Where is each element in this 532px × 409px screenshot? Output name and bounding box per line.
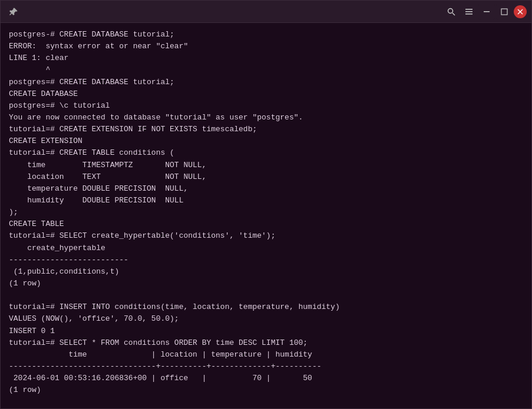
svg-rect-2 [465,9,472,10]
terminal-line: CREATE DATABASE [9,88,523,100]
search-button[interactable] [443,4,460,20]
terminal-line: 2024-06-01 00:53:16.206836+00 | office |… [9,373,523,384]
terminal-prompt-line: tutorial=# [9,408,523,409]
svg-rect-5 [484,11,490,12]
maximize-button[interactable] [496,4,513,20]
pin-icon[interactable] [5,4,22,20]
svg-line-1 [452,13,455,15]
terminal-line: tutorial=# SELECT create_hypertable('con… [9,230,523,242]
terminal-line: postgres-# CREATE DATABASE tutorial; [9,29,523,41]
terminal-line: (1 row) [9,384,523,396]
terminal-line: tutorial=# SELECT * FROM conditions ORDE… [9,337,523,349]
terminal-line: You are now connected to database "tutor… [9,112,523,124]
titlebar-left [5,4,22,20]
terminal-line: LINE 1: clear [9,52,523,64]
menu-button[interactable] [461,4,477,20]
terminal-line: INSERT 0 1 [9,325,523,337]
terminal-line: -------------------------- [9,254,523,266]
terminal-line: time | location | temperature | humidity [9,349,523,361]
terminal-line: ^ [9,64,523,76]
terminal-line: tutorial=# CREATE TABLE conditions ( [9,147,523,159]
terminal-line: --------------------------------+-------… [9,361,523,373]
terminal-line: ERROR: syntax error at or near "clear" [9,41,523,52]
terminal-line: postgres=# CREATE DATABASE tutorial; [9,77,523,88]
terminal-line: postgres=# \c tutorial [9,100,523,112]
terminal-line: create_hypertable [9,242,523,254]
svg-point-0 [448,8,453,13]
svg-rect-4 [465,14,472,15]
terminal-line: time TIMESTAMPTZ NOT NULL, [9,159,523,171]
terminal-line: tutorial=# INSERT INTO conditions(time, … [9,301,523,313]
terminal-line: CREATE EXTENSION [9,135,523,147]
terminal-line: location TEXT NOT NULL, [9,171,523,183]
terminal-line: VALUES (NOW(), 'office', 70.0, 50.0); [9,313,523,325]
terminal-line: humidity DOUBLE PRECISION NULL [9,195,523,207]
terminal-line: (1,public,conditions,t) [9,266,523,278]
terminal-line: ); [9,207,523,218]
titlebar-controls [443,4,527,20]
terminal-window: postgres-# CREATE DATABASE tutorial;ERRO… [0,0,532,409]
empty-line [9,290,523,301]
terminal-output[interactable]: postgres-# CREATE DATABASE tutorial;ERRO… [1,23,531,408]
minimize-button[interactable] [478,4,495,20]
titlebar [1,1,531,23]
close-button[interactable] [514,5,527,18]
terminal-line: CREATE TABLE [9,218,523,230]
terminal-line: tutorial=# CREATE EXTENSION IF NOT EXIST… [9,124,523,135]
terminal-line: temperature DOUBLE PRECISION NULL, [9,183,523,195]
svg-rect-3 [465,11,472,12]
terminal-line: (1 row) [9,278,523,290]
svg-rect-6 [501,9,507,15]
empty-line [9,396,523,408]
